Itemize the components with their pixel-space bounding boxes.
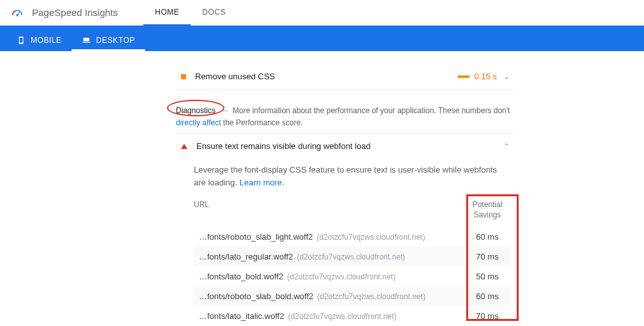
diagnostics-dash: — [220, 106, 228, 115]
tab-home[interactable]: HOME [143, 0, 191, 26]
nav-tabs: HOME DOCS [143, 0, 237, 26]
font-savings: 50 ms [465, 272, 510, 281]
device-tab-mobile-label: MOBILE [31, 36, 61, 45]
learn-more-link[interactable]: Learn more. [240, 178, 285, 187]
opportunity-title: Remove unused CSS [195, 72, 458, 81]
diagnostics-link[interactable]: directly affect [176, 118, 221, 127]
mobile-icon [17, 36, 26, 45]
app-header: PageSpeed Insights HOME DOCS [0, 0, 644, 26]
font-host: (d2otzcfu7vqzws.cloudfront.net) [317, 292, 425, 301]
opportunity-time: 0.15 s [475, 72, 497, 81]
font-host: (d2otzcfu7vqzws.cloudfront.net) [297, 252, 405, 261]
font-url: …fonts/lato_italic.woff2(d2otzcfu7vqzws.… [199, 311, 465, 321]
font-savings: 60 ms [465, 232, 510, 242]
table-row: …fonts/roboto_slab_bold.woff2(d2otzcfu7v… [194, 286, 510, 306]
font-table: URL Potential Savings …fonts/roboto_slab… [194, 200, 510, 325]
font-url: …fonts/lato_regular.woff2(d2otzcfu7vqzws… [199, 252, 465, 261]
font-savings: 70 ms [465, 311, 510, 321]
tab-docs[interactable]: DOCS [191, 0, 237, 26]
opportunity-bar [458, 75, 469, 78]
opportunity-remove-unused-css[interactable]: Remove unused CSS 0.15 s ⌄ [176, 64, 515, 89]
audit-description: Leverage the font-display CSS feature to… [194, 164, 510, 189]
font-url: …fonts/roboto_slab_bold.woff2(d2otzcfu7v… [199, 291, 465, 301]
font-host: (d2otzcfu7vqzws.cloudfront.net) [287, 272, 395, 281]
device-tab-desktop-label: DESKTOP [96, 36, 135, 45]
square-orange-icon [181, 74, 186, 79]
svg-line-1 [17, 12, 20, 15]
audit-body: Leverage the font-display CSS feature to… [176, 159, 515, 326]
audit-ensure-text-visible[interactable]: Ensure text remains visible during webfo… [176, 133, 515, 159]
table-row: …fonts/roboto_slab_light.woff2(d2otzcfu7… [194, 227, 510, 247]
diagnostics-desc-post: the Performance score. [221, 118, 302, 127]
table-row: …fonts/lato_regular.woff2(d2otzcfu7vqzws… [194, 247, 510, 267]
app-title: PageSpeed Insights [32, 7, 118, 18]
font-host: (d2otzcfu7vqzws.cloudfront.net) [317, 233, 425, 242]
col-url: URL [194, 200, 465, 220]
desktop-icon [82, 36, 91, 45]
chevron-down-icon: ⌄ [503, 72, 510, 81]
device-tab-desktop[interactable]: DESKTOP [72, 29, 145, 51]
device-tab-bar: MOBILE DESKTOP [0, 26, 644, 51]
col-savings: Potential Savings [465, 200, 510, 220]
table-row: …fonts/lato_bold.woff2(d2otzcfu7vqzws.cl… [194, 267, 510, 286]
chevron-up-icon: ⌃ [503, 142, 510, 151]
font-url: …fonts/roboto_slab_light.woff2(d2otzcfu7… [199, 232, 465, 242]
diagnostics-section-header: Diagnostics — More information about the… [176, 105, 515, 129]
font-url: …fonts/lato_bold.woff2(d2otzcfu7vqzws.cl… [199, 272, 465, 281]
diagnostics-desc-pre: More information about the performance o… [233, 106, 510, 115]
device-tab-mobile[interactable]: MOBILE [6, 29, 72, 51]
audit-title: Ensure text remains visible during webfo… [196, 141, 503, 151]
table-row: …fonts/lato_italic.woff2(d2otzcfu7vqzws.… [194, 306, 510, 326]
triangle-red-icon [181, 144, 187, 149]
psi-logo [10, 6, 24, 20]
diagnostics-label: Diagnostics [176, 106, 216, 115]
font-savings: 70 ms [465, 252, 510, 261]
font-table-header: URL Potential Savings [194, 200, 510, 226]
font-host: (d2otzcfu7vqzws.cloudfront.net) [288, 312, 396, 321]
font-savings: 60 ms [465, 291, 510, 301]
main-content: Remove unused CSS 0.15 s ⌄ Diagnostics —… [176, 51, 515, 326]
